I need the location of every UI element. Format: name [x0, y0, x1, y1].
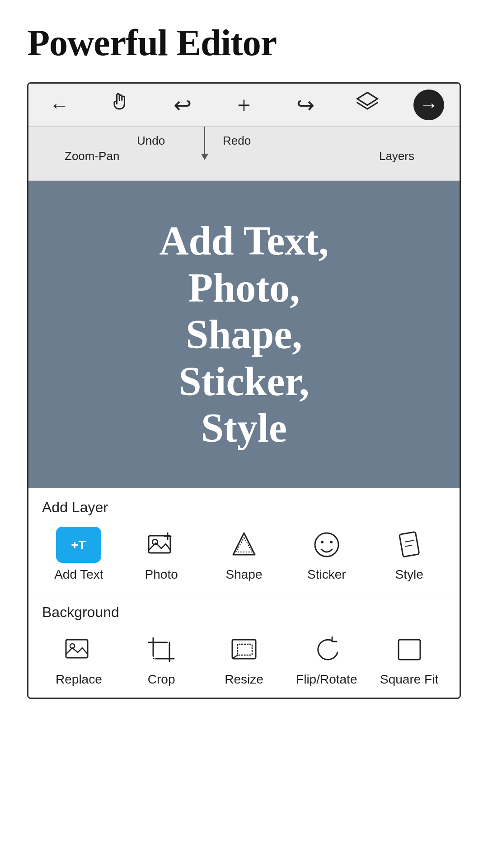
flip-rotate-icon — [312, 636, 341, 663]
zoom-pan-label: Zoom-Pan — [65, 149, 119, 163]
editor-frame: ← ↩ + ↪ → — [27, 82, 461, 699]
svg-text:+T: +T — [71, 538, 86, 552]
add-layer-tools-row: +T Add Text — [28, 519, 460, 593]
replace-tool[interactable]: Replace — [47, 632, 110, 687]
hand-icon — [108, 90, 133, 120]
svg-line-13 — [405, 540, 414, 542]
svg-rect-24 — [399, 640, 420, 660]
layers-label: Layers — [379, 149, 414, 163]
svg-point-11 — [330, 541, 333, 543]
undo-icon: ↩ — [174, 92, 192, 118]
redo-button[interactable]: ↪ — [275, 89, 336, 121]
square-fit-label: Square Fit — [380, 672, 438, 687]
shape-icon-wrap — [226, 527, 262, 563]
crop-icon — [147, 636, 176, 663]
background-tools-row: Replace Crop — [28, 624, 460, 698]
redo-label: Redo — [223, 134, 251, 148]
tooltip-area: Zoom-Pan Undo Redo Layers — [28, 127, 460, 181]
undo-label: Undo — [137, 134, 165, 148]
redo-icon: ↪ — [296, 92, 314, 118]
style-icon — [395, 531, 424, 558]
photo-label: Photo — [145, 567, 178, 582]
svg-rect-15 — [66, 640, 88, 658]
page-title: Powerful Editor — [0, 0, 488, 82]
svg-point-10 — [321, 541, 324, 543]
crop-label: Crop — [148, 672, 175, 687]
flip-rotate-label: Flip/Rotate — [296, 672, 357, 687]
svg-rect-23 — [238, 644, 252, 655]
style-icon-wrap — [391, 527, 427, 563]
add-layer-label: Add Layer — [28, 488, 460, 519]
style-label: Style — [395, 567, 423, 582]
svg-rect-21 — [153, 642, 169, 659]
crop-icon-wrap — [143, 632, 179, 668]
svg-rect-12 — [399, 532, 419, 557]
shape-label: Shape — [226, 567, 263, 582]
sticker-icon-wrap — [309, 527, 345, 563]
resize-icon-wrap — [226, 632, 262, 668]
flip-rotate-icon-wrap — [309, 632, 345, 668]
undo-button[interactable]: ↩ — [152, 89, 213, 121]
svg-line-14 — [405, 545, 412, 547]
photo-icon-wrap — [143, 527, 179, 563]
plus-icon: + — [237, 92, 250, 118]
add-text-icon-wrap: +T — [56, 527, 101, 563]
zoom-pan-button[interactable] — [90, 89, 151, 121]
layers-icon — [355, 90, 380, 120]
background-section: Background Replace — [28, 593, 460, 698]
sticker-label: Sticker — [307, 567, 346, 582]
canvas-main-text: Add Text,Photo,Shape,Sticker,Style — [159, 217, 328, 452]
shape-icon — [230, 531, 258, 558]
layers-button[interactable] — [336, 89, 398, 121]
replace-icon — [64, 636, 93, 663]
style-tool[interactable]: Style — [378, 527, 441, 582]
resize-label: Resize — [225, 672, 263, 687]
photo-icon — [147, 531, 176, 558]
next-icon: → — [413, 90, 444, 120]
square-fit-icon — [395, 636, 424, 663]
back-button[interactable]: ← — [28, 89, 90, 121]
replace-icon-wrap — [61, 632, 97, 668]
square-fit-tool[interactable]: Square Fit — [378, 632, 441, 687]
crop-tool[interactable]: Crop — [130, 632, 193, 687]
add-arrow — [201, 127, 208, 160]
shape-tool[interactable]: Shape — [212, 527, 276, 582]
sticker-tool[interactable]: Sticker — [295, 527, 358, 582]
background-label: Background — [28, 593, 460, 624]
resize-tool[interactable]: Resize — [212, 632, 276, 687]
sticker-icon — [312, 531, 341, 558]
toolbar: ← ↩ + ↪ → — [28, 84, 460, 127]
svg-point-9 — [315, 533, 338, 557]
add-text-icon: +T — [65, 533, 92, 557]
add-text-tool[interactable]: +T Add Text — [47, 527, 110, 582]
resize-icon — [230, 636, 258, 663]
next-button[interactable]: → — [398, 89, 460, 121]
photo-tool[interactable]: Photo — [130, 527, 193, 582]
canvas-area: Add Text,Photo,Shape,Sticker,Style — [28, 181, 460, 488]
flip-rotate-tool[interactable]: Flip/Rotate — [295, 632, 358, 687]
svg-marker-0 — [357, 92, 377, 105]
bottom-panels: Add Layer +T Add Text — [28, 488, 460, 698]
add-button[interactable]: + — [213, 89, 275, 121]
replace-label: Replace — [56, 672, 102, 687]
back-icon: ← — [49, 94, 69, 117]
add-layer-section: Add Layer +T Add Text — [28, 488, 460, 593]
add-text-label: Add Text — [54, 567, 103, 582]
square-fit-icon-wrap — [391, 632, 427, 668]
